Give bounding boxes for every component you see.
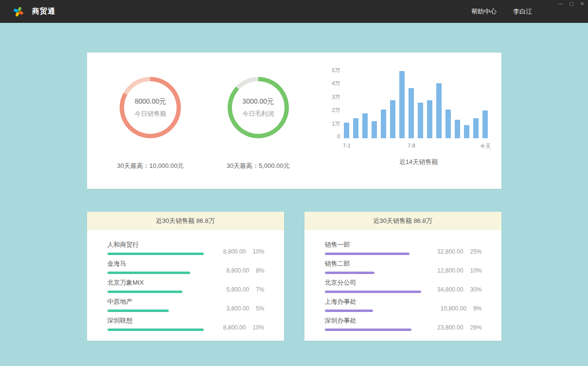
progress-bar-fill [325,253,410,255]
today-profit-label: 今日毛利润 [242,110,274,118]
sales-amount: 10,800.00 [441,305,466,312]
progress-bar-fill [325,291,421,293]
minimize-icon[interactable]: — [558,1,564,7]
chart-bar [427,100,432,138]
list-item-left: 北京万象MIX [107,278,204,293]
customer-rank-title: 近30天销售额 86.8万 [87,212,284,230]
today-sales-donut-block: 8000.00元 今日销售额 30天最高：10,000.00元 [107,53,195,189]
list-item-left: 销售一部 [325,240,421,255]
department-rank-title: 近30天销售额 86.8万 [304,212,501,230]
department-name: 销售一部 [325,240,421,249]
titlebar-right: 帮助中心 李白江 [471,7,532,16]
sales-amount: 12,800.00 [437,267,463,274]
list-item-left: 中原地产 [107,297,204,312]
sales-percent: 26% [470,324,481,331]
department-name: 深圳办事处 [325,316,421,325]
chart-bar [372,121,377,138]
today-profit-donut-block: 3000.00元 今日毛利润 30天最高：5,000.00元 [214,53,302,189]
list-item-right: 5,800.00 7% [226,286,264,293]
chart-bar [455,120,460,138]
list-item-right: 12,800.00 10% [437,267,481,274]
rank-cards-row: 近30天销售额 86.8万 人和商贸行 8,800.00 10% 金海马 [87,212,501,341]
list-item: 金海马 6,800.00 8% [107,259,265,274]
list-item-left: 北京分公司 [325,278,421,293]
sales-amount: 6,800.00 [226,267,249,274]
sales-percent: 9% [473,305,481,312]
list-item-right: 34,800.00 30% [437,286,481,293]
chart-bar [436,83,442,138]
department-name: 上海办事处 [325,297,421,306]
progress-bar-fill [325,310,373,312]
list-item-left: 上海办事处 [325,297,421,312]
user-name[interactable]: 李白江 [513,7,532,16]
list-item: 深圳办事处 23,800.00 26% [325,316,482,331]
chart-bar [353,118,358,138]
today-sales-value: 8000.00元 [135,97,166,106]
progress-bar-fill [325,272,375,274]
list-item-right: 3,800.00 5% [226,305,264,312]
sales-amount: 3,800.00 [226,305,249,312]
list-item-left: 深圳办事处 [325,316,421,331]
sales-percent: 10% [252,324,264,331]
sales-percent: 5% [256,305,264,312]
list-item-left: 金海马 [107,259,204,274]
sales-percent: 10% [470,267,481,274]
today-profit-30d-max: 30天最高：5,000.00元 [227,162,290,170]
department-name: 销售二部 [325,259,421,268]
chart-bar [445,110,451,138]
list-item-right: 8,800.00 10% [223,324,265,331]
close-icon[interactable]: ✕ [579,1,585,7]
help-center-link[interactable]: 帮助中心 [471,7,497,16]
sales-percent: 8% [256,267,264,274]
chart-bar [464,125,469,138]
department-name: 北京分公司 [325,278,421,287]
app-title: 商贸通 [32,7,55,16]
sales-amount: 8,800.00 [223,324,246,331]
bar-chart-plot: 5万4万3万2万1万0 [327,69,501,138]
today-sales-30d-max: 30天最高：10,000.00元 [117,162,184,170]
list-item: 上海办事处 10,800.00 9% [325,297,482,312]
progress-bar-track [107,272,204,274]
list-item: 北京万象MIX 5,800.00 7% [107,278,265,293]
window-controls: — ▢ ✕ [558,1,585,7]
chart-bar [344,123,349,138]
list-item: 北京分公司 34,800.00 30% [325,278,482,293]
titlebar: 商贸通 帮助中心 李白江 — ▢ ✕ [0,0,588,23]
progress-bar-track [325,291,421,293]
progress-bar-track [107,291,204,293]
sales-amount: 5,800.00 [226,286,249,293]
customer-name: 金海马 [107,259,204,268]
sales-percent: 30% [470,286,481,293]
progress-bar-fill [107,310,169,312]
list-item: 销售一部 32,800.00 25% [325,240,482,255]
today-sales-donut-chart: 8000.00元 今日销售额 [120,77,181,138]
sales-percent: 7% [256,286,264,293]
progress-bar-fill [325,329,411,331]
list-item-right: 32,800.00 25% [437,248,481,255]
customer-name: 人和商贸行 [107,240,204,249]
progress-bar-fill [107,329,204,331]
chart-bar [473,118,479,138]
customer-name: 北京万象MIX [107,278,204,287]
list-item-left: 销售二部 [325,259,421,274]
progress-bar-track [325,272,421,274]
today-sales-label: 今日销售额 [135,110,166,118]
app-logo-icon [13,6,24,18]
list-item: 中原地产 3,800.00 5% [107,297,265,312]
bar-chart-y-axis: 5万4万3万2万1万0 [327,69,344,138]
chart-bar [362,113,368,138]
sales-percent: 25% [470,248,481,255]
donut-center: 8000.00元 今日销售额 [120,77,181,138]
department-rank-list: 销售一部 32,800.00 25% 销售二部 12,800.00 [304,230,501,331]
list-item: 人和商贸行 8,800.00 10% [107,240,265,255]
bar-chart-bars [344,69,493,138]
bar-chart-title: 近14天销售额 [344,158,493,166]
chart-bar [399,71,405,138]
progress-bar-track [107,253,204,255]
sales-amount: 34,800.00 [437,286,463,293]
list-item: 深圳联想 8,800.00 10% [107,316,265,331]
sales-amount: 32,800.00 [437,248,463,255]
department-sales-rank-card: 近30天销售额 86.8万 销售一部 32,800.00 25% 销售二部 [304,212,501,341]
maximize-icon[interactable]: ▢ [569,1,574,7]
progress-bar-track [107,329,204,331]
